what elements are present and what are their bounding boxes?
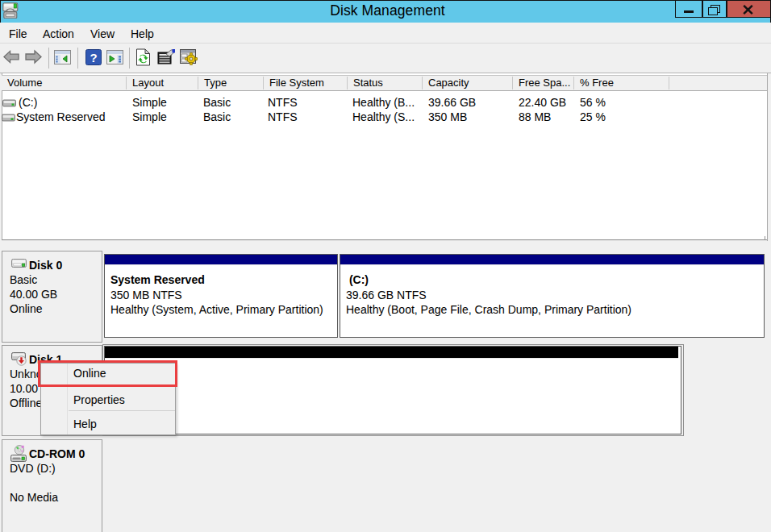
svg-text:?: ? — [90, 51, 97, 64]
